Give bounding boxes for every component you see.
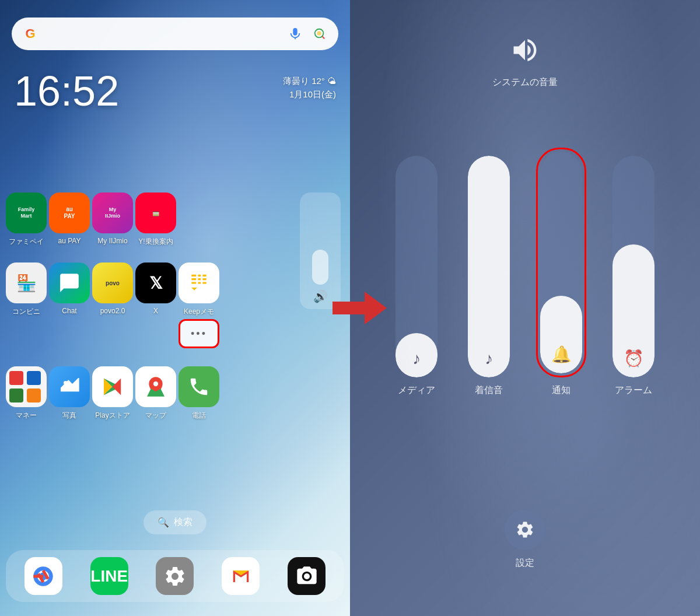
- camera-icon: [288, 557, 326, 595]
- settings-gear-button[interactable]: [505, 509, 545, 550]
- norikae-label: Y!乗換案内: [138, 237, 173, 247]
- maps-label: マップ: [145, 411, 166, 421]
- sliders-container: ♪ メディア ♪ 着信音 🔔 通知: [368, 117, 682, 397]
- alarm-slider-label: アラーム: [615, 384, 652, 397]
- dock-camera[interactable]: [288, 557, 326, 595]
- search-text: 検索: [174, 516, 192, 528]
- iijmio-icon: MyIIJmio: [92, 192, 133, 233]
- svg-point-5: [153, 382, 158, 386]
- settings-label: 設定: [516, 557, 534, 569]
- phone-icon: [178, 366, 219, 407]
- app-money[interactable]: マネー: [6, 366, 47, 421]
- dock: LINE: [6, 550, 344, 602]
- clock-time: 16:52: [14, 70, 119, 112]
- media-slider-label: メディア: [398, 384, 435, 397]
- money-label: マネー: [16, 411, 37, 421]
- alarm-slider-wrapper: ⏰ アラーム: [604, 156, 663, 397]
- ringtone-slider-wrapper: ♪ 着信音: [460, 156, 518, 397]
- line-icon: LINE: [90, 557, 128, 595]
- chrome-icon: [24, 557, 62, 595]
- app-keepmemo[interactable]: Keepメモ: [178, 262, 219, 317]
- app-norikae[interactable]: 🚃 Y!乗換案内: [135, 192, 176, 247]
- media-slider-icon: ♪: [412, 349, 421, 368]
- x-icon: 𝕏: [135, 262, 176, 303]
- media-slider-track[interactable]: ♪: [396, 156, 438, 377]
- dot-menu-button[interactable]: •••: [178, 319, 219, 348]
- dock-settings[interactable]: [156, 557, 194, 595]
- familymart-icon: FamilyMart: [6, 192, 47, 233]
- app-familymart[interactable]: FamilyMart ファミペイ: [6, 192, 47, 247]
- app-conveni[interactable]: 🏪 コンビニ: [6, 262, 47, 317]
- ringtone-slider-track[interactable]: ♪: [468, 156, 510, 377]
- notification-slider-wrapper: 🔔 通知: [532, 148, 590, 397]
- notification-slider-track[interactable]: 🔔: [540, 152, 582, 373]
- app-row-1: FamilyMart ファミペイ auPAY au PAY MyIIJmio M…: [6, 192, 176, 247]
- app-chat[interactable]: Chat: [49, 262, 90, 315]
- app-phone[interactable]: 電話: [178, 366, 219, 421]
- play-label: Playストア: [95, 411, 130, 421]
- povo-label: povo2.0: [100, 307, 125, 315]
- gmail-icon: [222, 557, 260, 595]
- alarm-slider-track[interactable]: ⏰: [612, 156, 654, 377]
- arrow-body: [332, 302, 365, 314]
- mic-icon[interactable]: [286, 24, 304, 43]
- settings-icon: [156, 557, 194, 595]
- app-iijmio[interactable]: MyIIJmio My IIJmio: [92, 192, 133, 247]
- app-x[interactable]: 𝕏 X: [135, 262, 176, 315]
- iijmio-label: My IIJmio: [97, 237, 127, 245]
- weather-icon: 🌤: [327, 76, 336, 86]
- x-label: X: [153, 307, 158, 315]
- app-maps[interactable]: マップ: [135, 366, 176, 421]
- system-volume-label: システムの音量: [492, 76, 558, 89]
- conveni-label: コンビニ: [12, 307, 40, 317]
- svg-point-9: [304, 573, 310, 579]
- settings-area: 設定: [505, 509, 545, 569]
- app-povo[interactable]: povo povo2.0: [92, 262, 133, 315]
- photos-label: 写真: [62, 411, 76, 421]
- keepmemo-icon: [178, 262, 219, 303]
- lens-icon[interactable]: [310, 24, 329, 43]
- svg-point-2: [317, 31, 321, 35]
- clock-area: 16:52: [14, 70, 119, 112]
- search-icon: 🔍: [158, 517, 169, 528]
- notification-slider-icon: 🔔: [551, 345, 572, 364]
- chat-label: Chat: [62, 307, 76, 315]
- app-photos[interactable]: 写真: [49, 366, 90, 421]
- aupay-label: au PAY: [58, 237, 81, 245]
- keep-dotmenu-stack: Keepメモ •••: [178, 262, 219, 348]
- dock-line[interactable]: LINE: [90, 557, 128, 595]
- chat-icon: [49, 262, 90, 303]
- notification-highlight-box: 🔔: [536, 148, 586, 377]
- play-icon: [92, 366, 133, 407]
- familymart-label: ファミペイ: [9, 237, 44, 247]
- app-play[interactable]: Playストア: [92, 366, 133, 421]
- norikae-icon: 🚃: [135, 192, 176, 233]
- phone-label: 電話: [192, 411, 206, 421]
- maps-icon: [135, 366, 176, 407]
- date-text: 1月10日(金): [283, 89, 336, 100]
- alarm-slider-icon: ⏰: [624, 349, 644, 368]
- conveni-icon: 🏪: [6, 262, 47, 303]
- svg-line-1: [322, 36, 324, 38]
- media-slider-wrapper: ♪ メディア: [387, 156, 446, 397]
- aupay-icon: auPAY: [49, 192, 90, 233]
- left-panel: G 16:52 薄曇り 12° 🌤 1月10日(金) 🔊: [0, 0, 350, 616]
- search-bar[interactable]: G: [12, 18, 338, 50]
- dock-gmail[interactable]: [222, 557, 260, 595]
- povo-icon: povo: [92, 262, 133, 303]
- keepmemo-label: Keepメモ: [184, 307, 214, 317]
- arrow-container: [332, 292, 387, 324]
- app-row-2: 🏪 コンビニ Chat povo povo2.0 𝕏 X: [6, 262, 219, 348]
- ringtone-slider-icon: ♪: [485, 349, 493, 368]
- google-logo: G: [21, 24, 40, 43]
- bottom-search-bar[interactable]: 🔍 検索: [144, 510, 206, 534]
- volume-speaker-icon: [492, 35, 558, 72]
- app-aupay[interactable]: auPAY au PAY: [49, 192, 90, 247]
- right-arrow: [332, 292, 387, 324]
- money-icon: [6, 366, 47, 407]
- app-row-3: マネー 写真 Playストア: [6, 366, 219, 421]
- volume-icon: 🔊: [313, 289, 328, 303]
- dock-chrome[interactable]: [24, 557, 62, 595]
- volume-top-section: システムの音量: [492, 35, 558, 89]
- ringtone-slider-fill: [468, 156, 510, 377]
